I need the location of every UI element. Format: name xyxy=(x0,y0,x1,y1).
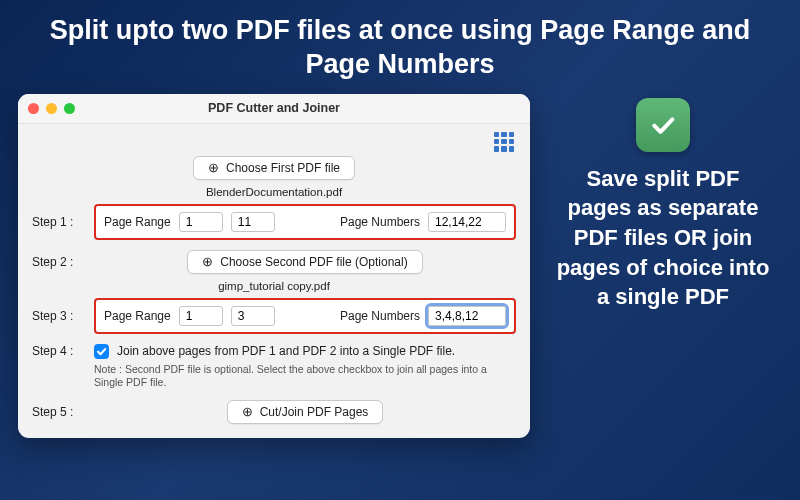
step3-label: Step 3 : xyxy=(32,309,86,323)
choose-first-pdf-label: Choose First PDF file xyxy=(226,161,340,175)
step5-label: Step 5 : xyxy=(32,405,86,419)
step2-label: Step 2 : xyxy=(32,255,86,269)
choose-first-pdf-button[interactable]: Choose First PDF file xyxy=(193,156,355,180)
step3-range-to[interactable] xyxy=(231,306,275,326)
page-range-label: Page Range xyxy=(104,215,171,229)
window-title: PDF Cutter and Joiner xyxy=(18,101,530,115)
maximize-icon[interactable] xyxy=(64,103,75,114)
cut-join-button[interactable]: Cut/Join PDF Pages xyxy=(227,400,384,424)
choose-second-pdf-button[interactable]: Choose Second PDF file (Optional) xyxy=(187,250,422,274)
page-numbers-label: Page Numbers xyxy=(340,215,420,229)
close-icon[interactable] xyxy=(28,103,39,114)
cut-join-label: Cut/Join PDF Pages xyxy=(260,405,369,419)
join-checkbox-label: Join above pages from PDF 1 and PDF 2 in… xyxy=(117,344,455,358)
step1-range-from[interactable] xyxy=(179,212,223,232)
page-numbers-label: Page Numbers xyxy=(340,309,420,323)
second-filename: gimp_tutorial copy.pdf xyxy=(32,280,516,292)
side-column: Save split PDF pages as separate PDF fil… xyxy=(556,94,770,312)
step1-range-to[interactable] xyxy=(231,212,275,232)
join-checkbox[interactable] xyxy=(94,344,109,359)
page-range-label: Page Range xyxy=(104,309,171,323)
minimize-icon[interactable] xyxy=(46,103,57,114)
note-text: Note : Second PDF file is optional. Sele… xyxy=(32,363,516,390)
plus-icon xyxy=(242,405,253,419)
choose-second-pdf-label: Choose Second PDF file (Optional) xyxy=(220,255,407,269)
window-controls xyxy=(28,103,75,114)
promo-headline: Split upto two PDF files at once using P… xyxy=(0,0,800,88)
app-grid-icon[interactable] xyxy=(494,132,514,152)
side-promo-text: Save split PDF pages as separate PDF fil… xyxy=(556,164,770,312)
step1-page-numbers[interactable] xyxy=(428,212,506,232)
step1-label: Step 1 : xyxy=(32,215,86,229)
step1-box: Page Range Page Numbers xyxy=(94,204,516,240)
plus-icon xyxy=(202,255,213,269)
first-filename: BlenderDocumentation.pdf xyxy=(32,186,516,198)
app-window: PDF Cutter and Joiner Choose First PDF f… xyxy=(18,94,530,438)
step4-label: Step 4 : xyxy=(32,344,86,358)
step3-box: Page Range Page Numbers xyxy=(94,298,516,334)
plus-icon xyxy=(208,161,219,175)
titlebar: PDF Cutter and Joiner xyxy=(18,94,530,124)
step3-range-from[interactable] xyxy=(179,306,223,326)
check-badge-icon xyxy=(636,98,690,152)
step3-page-numbers[interactable] xyxy=(428,306,506,326)
